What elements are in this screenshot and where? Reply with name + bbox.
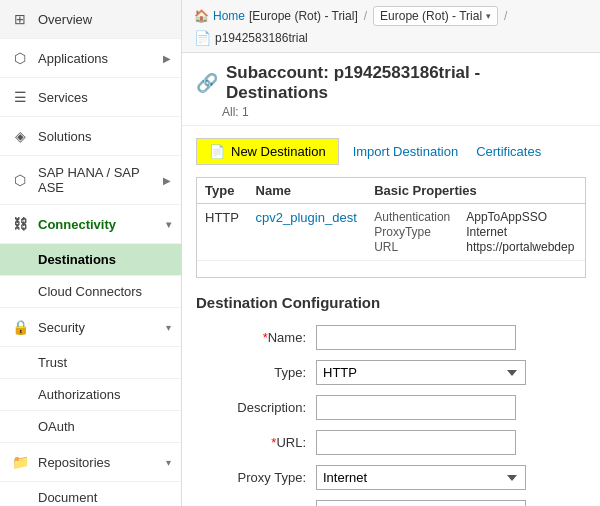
- form-row-authentication: Authentication: NoAuthentication BasicAu…: [196, 500, 586, 506]
- sidebar-item-label: Security: [38, 320, 166, 335]
- certificates-label: Certificates: [476, 144, 541, 159]
- sap-hana-icon: ⬡: [10, 170, 30, 190]
- applications-icon: ⬡: [10, 48, 30, 68]
- row-type: HTTP: [197, 204, 248, 261]
- sidebar-item-overview[interactable]: ⊞ Overview: [0, 0, 181, 39]
- destination-link[interactable]: cpv2_plugin_dest: [256, 210, 357, 225]
- row-props: Authentication ProxyType URL AppToAppSSO…: [366, 204, 585, 261]
- sidebar-item-label: Applications: [38, 51, 163, 66]
- breadcrumb: 🏠 Home [Europe (Rot) - Trial] / Europe (…: [182, 0, 600, 53]
- col-basic-props: Basic Properties: [366, 178, 585, 204]
- sidebar-item-services[interactable]: ☰ Services: [0, 78, 181, 117]
- chevron-down-icon: ▾: [166, 457, 171, 468]
- sidebar-item-trust[interactable]: Trust: [0, 347, 181, 379]
- cloud-connectors-label: Cloud Connectors: [38, 284, 142, 299]
- trust-label: Trust: [38, 355, 67, 370]
- sidebar-item-label: Repositories: [38, 455, 166, 470]
- sidebar-item-destinations[interactable]: Destinations: [0, 244, 181, 276]
- sidebar-item-sap-hana[interactable]: ⬡ SAP HANA / SAP ASE ▶: [0, 156, 181, 205]
- breadcrumb-home-region: [Europe (Rot) - Trial]: [249, 9, 358, 23]
- sidebar-item-repositories[interactable]: 📁 Repositories ▾: [0, 443, 181, 482]
- destinations-label: Destinations: [38, 252, 116, 267]
- props-labels: Authentication ProxyType URL: [374, 210, 450, 254]
- auth-select[interactable]: NoAuthentication BasicAuthentication OAu…: [316, 500, 526, 506]
- sidebar-item-label: SAP HANA / SAP ASE: [38, 165, 163, 195]
- sidebar-item-label: Services: [38, 90, 171, 105]
- breadcrumb-sep-2: /: [504, 9, 507, 23]
- page-subtitle: All: 1: [222, 105, 586, 119]
- proxy-type-select[interactable]: Internet OnPremise: [316, 465, 526, 490]
- form-row-url: *URL:: [196, 430, 586, 455]
- sidebar-item-authorizations[interactable]: Authorizations: [0, 379, 181, 411]
- table-row: HTTP cpv2_plugin_dest Authentication Pro…: [197, 204, 585, 261]
- form-row-type: Type: HTTP LDAP MAIL RFC: [196, 360, 586, 385]
- overview-icon: ⊞: [10, 9, 30, 29]
- breadcrumb-sep-1: /: [364, 9, 367, 23]
- sidebar-item-label: Connectivity: [38, 217, 166, 232]
- breadcrumb-home[interactable]: Home: [213, 9, 245, 23]
- required-star: *: [271, 435, 276, 450]
- content-area: 📄 New Destination Import Destination Cer…: [182, 126, 600, 506]
- authorizations-label: Authorizations: [38, 387, 120, 402]
- services-icon: ☰: [10, 87, 30, 107]
- new-destination-button[interactable]: 📄 New Destination: [196, 138, 339, 165]
- sidebar: ⊞ Overview ⬡ Applications ▶ ☰ Services ◈…: [0, 0, 182, 506]
- home-icon: 🏠: [194, 9, 209, 23]
- prop-val-auth: AppToAppSSO: [466, 210, 574, 224]
- sidebar-item-cloud-connectors[interactable]: Cloud Connectors: [0, 276, 181, 308]
- breadcrumb-page-label: p1942583186trial: [215, 31, 308, 45]
- new-destination-label: New Destination: [231, 144, 326, 159]
- description-label: Description:: [196, 400, 316, 415]
- name-label: *Name:: [196, 330, 316, 345]
- name-input[interactable]: [316, 325, 516, 350]
- form-row-description: Description:: [196, 395, 586, 420]
- description-input[interactable]: [316, 395, 516, 420]
- tabs-row: 📄 New Destination Import Destination Cer…: [196, 138, 586, 165]
- required-star: *: [263, 330, 268, 345]
- form-row-name: *Name:: [196, 325, 586, 350]
- main-content: 🏠 Home [Europe (Rot) - Trial] / Europe (…: [182, 0, 600, 506]
- dest-config-title: Destination Configuration: [196, 294, 586, 311]
- row-name: cpv2_plugin_dest: [248, 204, 367, 261]
- sidebar-item-oauth[interactable]: OAuth: [0, 411, 181, 443]
- prop-label-auth: Authentication: [374, 210, 450, 224]
- breadcrumb-page: 📄 p1942583186trial: [194, 30, 308, 46]
- destinations-table-wrapper: Type Name Basic Properties HTTP cpv2_plu…: [196, 177, 586, 278]
- page-title: Subaccount: p1942583186trial - Destinati…: [226, 63, 586, 103]
- sidebar-item-security[interactable]: 🔒 Security ▾: [0, 308, 181, 347]
- chevron-down-icon: ▾: [486, 11, 491, 21]
- import-destination-label: Import Destination: [353, 144, 459, 159]
- sidebar-item-label: Solutions: [38, 129, 171, 144]
- sidebar-item-applications[interactable]: ⬡ Applications ▶: [0, 39, 181, 78]
- security-icon: 🔒: [10, 317, 30, 337]
- chevron-right-icon: ▶: [163, 53, 171, 64]
- col-type: Type: [197, 178, 248, 204]
- chevron-right-icon: ▶: [163, 175, 171, 186]
- col-name: Name: [248, 178, 367, 204]
- chevron-down-icon: ▾: [166, 219, 171, 230]
- prop-val-proxy: Internet: [466, 225, 574, 239]
- certificates-button[interactable]: Certificates: [472, 139, 545, 164]
- import-destination-button[interactable]: Import Destination: [349, 139, 463, 164]
- sidebar-item-label: Overview: [38, 12, 171, 27]
- type-label: Type:: [196, 365, 316, 380]
- document-repos-label: Document Repositories: [38, 490, 171, 506]
- oauth-label: OAuth: [38, 419, 75, 434]
- type-select[interactable]: HTTP LDAP MAIL RFC: [316, 360, 526, 385]
- page-title-icon: 🔗: [196, 72, 218, 94]
- repositories-icon: 📁: [10, 452, 30, 472]
- props-values: AppToAppSSO Internet https://portalwebde…: [466, 210, 574, 254]
- prop-val-url: https://portalwebdep: [466, 240, 574, 254]
- chevron-down-icon: ▾: [166, 322, 171, 333]
- page-header: 🔗 Subaccount: p1942583186trial - Destina…: [182, 53, 600, 126]
- connectivity-icon: ⛓: [10, 214, 30, 234]
- sidebar-item-connectivity[interactable]: ⛓ Connectivity ▾: [0, 205, 181, 244]
- breadcrumb-region-dropdown[interactable]: Europe (Rot) - Trial ▾: [373, 6, 498, 26]
- url-label: *URL:: [196, 435, 316, 450]
- sidebar-item-document-repos[interactable]: Document Repositories: [0, 482, 181, 506]
- new-dest-icon: 📄: [209, 144, 225, 159]
- sidebar-item-solutions[interactable]: ◈ Solutions: [0, 117, 181, 156]
- breadcrumb-region-label: Europe (Rot) - Trial: [380, 9, 482, 23]
- url-input[interactable]: [316, 430, 516, 455]
- solutions-icon: ◈: [10, 126, 30, 146]
